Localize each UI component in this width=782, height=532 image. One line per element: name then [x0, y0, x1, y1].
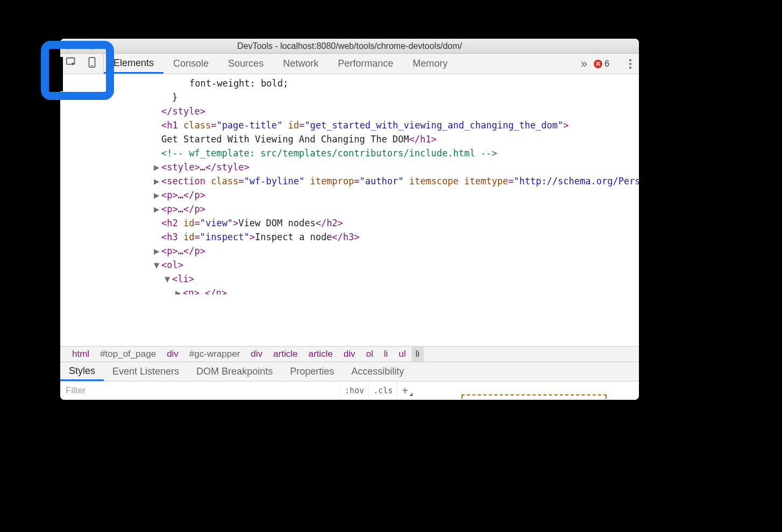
cls-label: .cls — [373, 386, 393, 396]
dom-line[interactable]: ▼<li> — [60, 272, 639, 286]
crumb-article[interactable]: article — [303, 349, 338, 360]
tab-console[interactable]: Console — [163, 54, 218, 74]
crumb-top-of-page[interactable]: #top_of_page — [95, 349, 161, 360]
crumb-ul[interactable]: ul — [393, 349, 411, 360]
open-tag: <p> — [161, 190, 178, 200]
crumb-div[interactable]: div — [245, 349, 268, 360]
crumb-li-selected[interactable]: li — [411, 347, 424, 362]
dom-line[interactable]: <h3 id="inspect">Inspect a node</h3> — [60, 230, 639, 244]
gt: > — [250, 232, 255, 242]
maximize-window-button[interactable] — [88, 42, 95, 49]
ellipsis: … — [200, 162, 205, 172]
tab-memory[interactable]: Memory — [403, 54, 457, 74]
open-tag: <li> — [172, 274, 194, 284]
ellipsis: … — [178, 246, 183, 256]
dom-line[interactable]: ▶<n> </n> — [60, 286, 639, 294]
tab-performance[interactable]: Performance — [328, 54, 403, 74]
styles-filter-input[interactable] — [60, 382, 340, 400]
close-tag: </p> — [183, 204, 205, 214]
device-toolbar-icon[interactable] — [86, 56, 98, 71]
collapse-icon[interactable]: ▼ — [154, 258, 161, 272]
close-tag: </style> — [161, 106, 205, 117]
minimize-window-button[interactable] — [77, 42, 84, 49]
tab-accessibility[interactable]: Accessibility — [343, 362, 413, 381]
devtools-window: DevTools - localhost:8080/web/tools/chro… — [60, 39, 639, 400]
crumb-ol[interactable]: ol — [361, 349, 379, 360]
tab-label: Elements — [113, 57, 154, 69]
inspect-element-icon[interactable] — [66, 56, 77, 71]
open-tag: <ol> — [161, 260, 183, 270]
hov-label: :hov — [345, 386, 364, 396]
tab-label: Accessibility — [351, 366, 404, 377]
tab-properties[interactable]: Properties — [281, 362, 343, 381]
tab-event-listeners[interactable]: Event Listeners — [104, 362, 188, 381]
dom-line[interactable]: <!-- wf_template: src/templates/contribu… — [60, 146, 639, 160]
expand-icon[interactable]: ▶ — [154, 174, 161, 188]
tab-elements[interactable]: Elements — [104, 54, 163, 74]
open-tag: <section — [161, 176, 211, 186]
close-tag: </n> — [205, 287, 227, 294]
elements-breadcrumb: html #top_of_page div #gc-wrapper div ar… — [60, 346, 639, 362]
crumb-gc-wrapper[interactable]: #gc-wrapper — [184, 349, 246, 360]
dom-line[interactable]: ▶<p>…</p> — [60, 188, 639, 202]
dom-line[interactable]: <h1 class="page-title" id="get_started_w… — [60, 118, 639, 132]
dom-line[interactable]: } — [60, 90, 639, 104]
dom-line[interactable]: </style> — [60, 104, 639, 118]
main-tabs: Elements Console Sources Network Perform… — [104, 54, 575, 74]
open-tag: <h1 — [161, 120, 183, 131]
dom-line[interactable]: ▶<section class="wf-byline" itemprop="au… — [60, 174, 639, 188]
error-count: 6 — [605, 59, 609, 69]
attr-name: itemscope — [409, 176, 459, 186]
hov-toggle[interactable]: :hov — [340, 382, 368, 400]
dom-line[interactable]: ▼<ol> — [60, 258, 639, 272]
tab-label: Memory — [413, 58, 447, 69]
tab-network[interactable]: Network — [273, 54, 328, 74]
attr-name: itemtype — [464, 176, 508, 186]
css-text: font-weight: bold; — [189, 78, 288, 89]
error-count-badge[interactable]: ✕ 6 — [594, 59, 609, 69]
ellipsis: … — [178, 204, 183, 214]
expand-icon[interactable]: ▶ — [154, 160, 161, 174]
new-style-rule-button[interactable]: +◢ — [397, 382, 413, 400]
box-model-outline — [461, 394, 607, 399]
cls-toggle[interactable]: .cls — [368, 382, 397, 400]
more-tabs-icon[interactable]: » — [581, 57, 587, 71]
dom-line[interactable]: font-weight: bold; — [60, 76, 639, 90]
open-tag: <h2 — [161, 218, 183, 228]
tab-styles[interactable]: Styles — [60, 362, 104, 381]
text-node: Get Started With Viewing And Changing Th… — [161, 134, 409, 145]
expand-icon[interactable]: ▶ — [154, 244, 161, 258]
attr-name: id — [183, 218, 194, 228]
tab-label: Performance — [338, 58, 393, 69]
tab-label: DOM Breakpoints — [196, 366, 273, 377]
equals: = — [508, 176, 514, 186]
toolbar-right: » ✕ 6 — [575, 54, 639, 74]
tab-label: Styles — [69, 365, 95, 377]
elements-panel[interactable]: font-weight: bold; } </style> <h1 class=… — [60, 74, 639, 346]
dom-line[interactable]: ▶<p>…</p> — [60, 202, 639, 216]
crumb-li[interactable]: li — [379, 349, 394, 360]
error-icon: ✕ — [594, 60, 602, 68]
crumb-div[interactable]: div — [338, 349, 361, 360]
attr-value: "author" — [360, 176, 404, 186]
collapse-icon[interactable]: ▼ — [165, 272, 172, 286]
crumb-div[interactable]: div — [161, 349, 184, 360]
dom-line[interactable]: ▶<style>…</style> — [60, 160, 639, 174]
dom-line[interactable]: ▶<p>…</p> — [60, 244, 639, 258]
tab-sources[interactable]: Sources — [218, 54, 273, 74]
open-tag: <n> — [183, 287, 200, 294]
dom-line[interactable]: Get Started With Viewing And Changing Th… — [60, 132, 639, 146]
expand-icon[interactable]: ▶ — [154, 202, 161, 216]
tab-dom-breakpoints[interactable]: DOM Breakpoints — [188, 362, 281, 381]
settings-menu-icon[interactable] — [627, 57, 634, 71]
dom-line[interactable]: <h2 id="view">View DOM nodes</h2> — [60, 216, 639, 230]
close-window-button[interactable] — [66, 42, 73, 49]
styles-preview-area — [413, 382, 639, 400]
crumb-article[interactable]: article — [268, 349, 303, 360]
styles-pane-tabs: Styles Event Listeners DOM Breakpoints P… — [60, 362, 639, 382]
expand-icon[interactable]: ▶ — [175, 286, 183, 294]
crumb-html[interactable]: html — [67, 349, 95, 360]
expand-icon[interactable]: ▶ — [154, 188, 161, 202]
traffic-lights — [66, 42, 95, 49]
devtools-toolbar: Elements Console Sources Network Perform… — [60, 54, 639, 74]
